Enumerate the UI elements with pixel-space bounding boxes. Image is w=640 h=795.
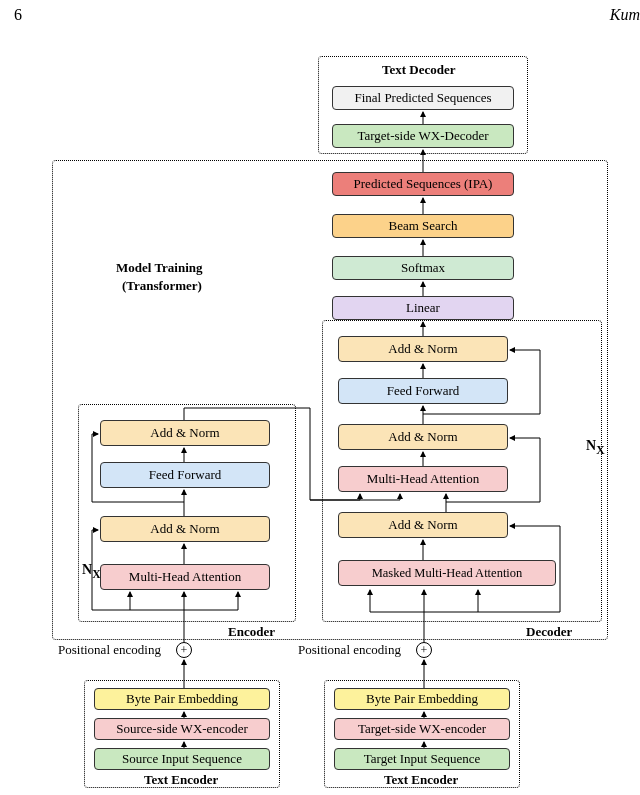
nx-left-n: N bbox=[82, 562, 92, 577]
beam-search: Beam Search bbox=[332, 214, 514, 238]
page-number: 6 bbox=[14, 6, 22, 24]
nx-right: NX bbox=[586, 438, 605, 457]
target-input-sequence: Target Input Sequence bbox=[334, 748, 510, 770]
decoder-add-norm-3: Add & Norm bbox=[338, 336, 508, 362]
final-predicted-sequences: Final Predicted Sequences bbox=[332, 86, 514, 110]
target-wx-encoder: Target-side WX-encoder bbox=[334, 718, 510, 740]
encoder-multi-head-attention: Multi-Head Attention bbox=[100, 564, 270, 590]
nx-right-n: N bbox=[586, 438, 596, 453]
text-decoder-title: Text Decoder bbox=[382, 62, 456, 78]
transformer-label: (Transformer) bbox=[122, 278, 202, 294]
decoder-label: Decoder bbox=[526, 624, 572, 640]
plus-icon-right: + bbox=[416, 642, 432, 658]
decoder-feed-forward: Feed Forward bbox=[338, 378, 508, 404]
encoder-feed-forward: Feed Forward bbox=[100, 462, 270, 488]
text-encoder-left-label: Text Encoder bbox=[144, 772, 218, 788]
encoder-add-norm-2: Add & Norm bbox=[100, 420, 270, 446]
pos-enc-right-label: Positional encoding bbox=[298, 642, 401, 658]
encoder-add-norm-1: Add & Norm bbox=[100, 516, 270, 542]
target-wx-decoder: Target-side WX-Decoder bbox=[332, 124, 514, 148]
bpe-right: Byte Pair Embedding bbox=[334, 688, 510, 710]
softmax: Softmax bbox=[332, 256, 514, 280]
decoder-masked-mha: Masked Multi-Head Attention bbox=[338, 560, 556, 586]
decoder-add-norm-1: Add & Norm bbox=[338, 512, 508, 538]
source-input-sequence: Source Input Sequence bbox=[94, 748, 270, 770]
pos-enc-left-label: Positional encoding bbox=[58, 642, 161, 658]
source-wx-encoder: Source-side WX-encoder bbox=[94, 718, 270, 740]
nx-left: NX bbox=[82, 562, 101, 581]
text-encoder-right-label: Text Encoder bbox=[384, 772, 458, 788]
encoder-label: Encoder bbox=[228, 624, 275, 640]
decoder-add-norm-2: Add & Norm bbox=[338, 424, 508, 450]
bpe-left: Byte Pair Embedding bbox=[94, 688, 270, 710]
model-training-label: Model Training bbox=[116, 260, 203, 276]
linear: Linear bbox=[332, 296, 514, 320]
nx-right-x: X bbox=[596, 444, 604, 457]
decoder-multi-head-attention: Multi-Head Attention bbox=[338, 466, 508, 492]
plus-icon-left: + bbox=[176, 642, 192, 658]
header-author: Kum bbox=[610, 6, 640, 24]
predicted-sequences-ipa: Predicted Sequences (IPA) bbox=[332, 172, 514, 196]
